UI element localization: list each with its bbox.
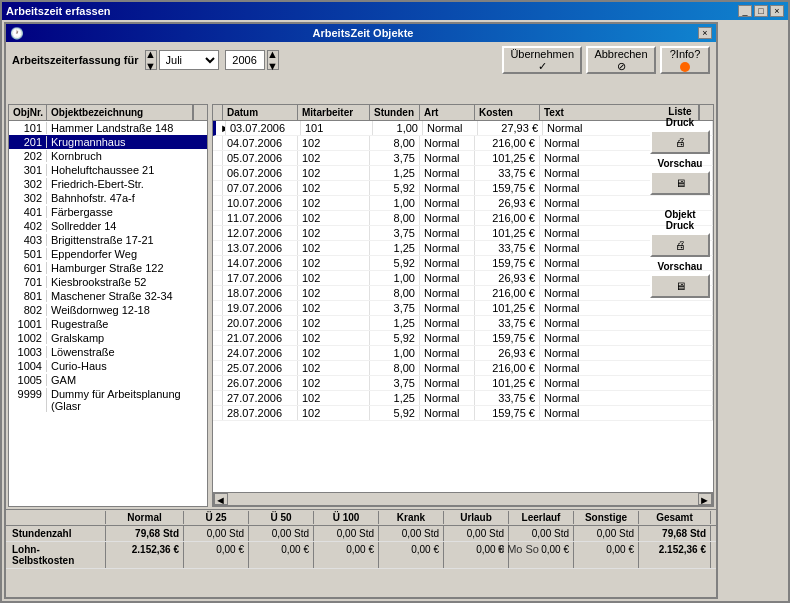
- left-scroll-btn[interactable]: [193, 105, 207, 120]
- datum-cell: 04.07.2006: [223, 136, 298, 150]
- inner-close-button[interactable]: ×: [698, 27, 712, 39]
- action-buttons: Übernehmen ✓ Abbrechen ⊘ ?Info?: [502, 46, 710, 74]
- std-cell: 5,92: [370, 181, 420, 195]
- art-cell: Normal: [420, 226, 475, 240]
- std-cell: 1,25: [370, 316, 420, 330]
- table-row[interactable]: 27.07.20061021,25Normal33,75 €Normal: [213, 391, 713, 406]
- table-row[interactable]: 20.07.20061021,25Normal33,75 €Normal: [213, 316, 713, 331]
- table-row[interactable]: 12.07.20061023,75Normal101,25 €Normal: [213, 226, 713, 241]
- std-u25: 0,00 Std: [184, 526, 249, 541]
- marker-cell: [213, 151, 223, 165]
- left-list-item[interactable]: 301Hoheluftchaussee 21: [9, 163, 207, 177]
- left-list-item[interactable]: 601Hamburger Straße 122: [9, 261, 207, 275]
- month-select[interactable]: Juli: [159, 50, 219, 70]
- left-list-item[interactable]: 403Brigittenstraße 17-21: [9, 233, 207, 247]
- art-cell: Normal: [420, 286, 475, 300]
- table-row[interactable]: 05.07.20061023,75Normal101,25 €Normal: [213, 151, 713, 166]
- minimize-button[interactable]: _: [738, 5, 752, 17]
- obj-nr-header: ObjNr.: [9, 105, 47, 120]
- maximize-button[interactable]: □: [754, 5, 768, 17]
- table-row[interactable]: 10.07.20061021,00Normal26,93 €Normal: [213, 196, 713, 211]
- vorschau1-group: Vorschau 🖥: [648, 158, 712, 195]
- art-cell: Normal: [423, 121, 478, 135]
- help-button[interactable]: ?Info?: [660, 46, 710, 74]
- table-row[interactable]: 25.07.20061028,00Normal216,00 €Normal: [213, 361, 713, 376]
- table-row[interactable]: 19.07.20061023,75Normal101,25 €Normal: [213, 301, 713, 316]
- left-list[interactable]: 101Hammer Landstraße 148201Krugmannhaus2…: [9, 121, 207, 506]
- art-cell: Normal: [420, 331, 475, 345]
- left-list-item[interactable]: 1001Rugestraße: [9, 317, 207, 331]
- left-list-item[interactable]: 501Eppendorfer Weg: [9, 247, 207, 261]
- marker-cell: [213, 166, 223, 180]
- left-list-item[interactable]: 202Kornbruch: [9, 149, 207, 163]
- item-name: Brigittenstraße 17-21: [47, 234, 207, 246]
- std-leerlauf: 0,00 Std: [509, 526, 574, 541]
- year-spinner-btn[interactable]: ▲▼: [267, 50, 279, 70]
- table-row[interactable]: 28.07.20061025,92Normal159,75 €Normal: [213, 406, 713, 421]
- left-list-item[interactable]: 1002Gralskamp: [9, 331, 207, 345]
- table-row[interactable]: 14.07.20061025,92Normal159,75 €Normal: [213, 256, 713, 271]
- month-spinner-btn[interactable]: ▲▼: [145, 50, 157, 70]
- marker-cell: [213, 331, 223, 345]
- left-list-item[interactable]: 701Kiesbrookstraße 52: [9, 275, 207, 289]
- left-list-item[interactable]: 201Krugmannhaus: [9, 135, 207, 149]
- kosten-cell: 33,75 €: [475, 166, 540, 180]
- lohn-gesamt: 2.152,36 €: [639, 542, 711, 568]
- table-row[interactable]: 21.07.20061025,92Normal159,75 €Normal: [213, 331, 713, 346]
- item-name: Kornbruch: [47, 150, 207, 162]
- monitor-icon: 🖥: [675, 177, 686, 189]
- left-list-item[interactable]: 302Bahnhofstr. 47a-f: [9, 191, 207, 205]
- ma-cell: 102: [298, 346, 370, 360]
- table-row[interactable]: 18.07.20061028,00Normal216,00 €Normal: [213, 286, 713, 301]
- marker-cell: [213, 361, 223, 375]
- table-row[interactable]: 11.07.20061028,00Normal216,00 €Normal: [213, 211, 713, 226]
- datum-cell: 28.07.2006: [223, 406, 298, 420]
- left-list-item[interactable]: 101Hammer Landstraße 148: [9, 121, 207, 135]
- year-input[interactable]: [225, 50, 265, 70]
- horizontal-scrollbar[interactable]: ◄ ►: [213, 492, 713, 506]
- year-spinner: ▲▼: [225, 50, 279, 70]
- table-row[interactable]: 06.07.20061021,25Normal33,75 €Normal: [213, 166, 713, 181]
- table-row[interactable]: 26.07.20061023,75Normal101,25 €Normal: [213, 376, 713, 391]
- table-row[interactable]: 24.07.20061021,00Normal26,93 €Normal: [213, 346, 713, 361]
- table-row[interactable]: 07.07.20061025,92Normal159,75 €Normal: [213, 181, 713, 196]
- left-list-item[interactable]: 402Sollredder 14: [9, 219, 207, 233]
- marker-cell: [213, 196, 223, 210]
- datum-cell: 05.07.2006: [223, 151, 298, 165]
- left-list-item[interactable]: 1005GAM: [9, 373, 207, 387]
- scroll-left-btn[interactable]: ◄: [214, 493, 228, 505]
- close-button[interactable]: ×: [770, 5, 784, 17]
- std-cell: 1,00: [370, 196, 420, 210]
- left-list-item[interactable]: 302Friedrich-Ebert-Str.: [9, 177, 207, 191]
- sum-u100-header: Ü 100: [314, 511, 379, 524]
- item-number: 201: [9, 136, 47, 148]
- vorschau1-button[interactable]: 🖥: [650, 171, 710, 195]
- kosten-cell: 33,75 €: [475, 316, 540, 330]
- table-row[interactable]: ►03.07.20061011,00Normal27,93 €Normal: [213, 121, 713, 136]
- left-list-item[interactable]: 802Weißdornweg 12-18: [9, 303, 207, 317]
- item-name: Weißdornweg 12-18: [47, 304, 207, 316]
- std-cell: 3,75: [370, 151, 420, 165]
- item-number: 1001: [9, 318, 47, 330]
- marker-cell: [213, 226, 223, 240]
- left-list-item[interactable]: 1003Löwenstraße: [9, 345, 207, 359]
- table-row[interactable]: 13.07.20061021,25Normal33,75 €Normal: [213, 241, 713, 256]
- liste-druck-button[interactable]: 🖨: [650, 130, 710, 154]
- datum-cell: 06.07.2006: [223, 166, 298, 180]
- left-list-item[interactable]: 1004Curio-Haus: [9, 359, 207, 373]
- art-cell: Normal: [420, 316, 475, 330]
- ma-cell: 102: [298, 211, 370, 225]
- left-list-item[interactable]: 401Färbergasse: [9, 205, 207, 219]
- left-list-item[interactable]: 9999Dummy für Arbeitsplanung (Glasr: [9, 387, 207, 413]
- marker-cell: [213, 211, 223, 225]
- abbrechen-button[interactable]: Abbrechen ⊘: [586, 46, 656, 74]
- table-row[interactable]: 04.07.20061028,00Normal216,00 €Normal: [213, 136, 713, 151]
- right-body[interactable]: ►03.07.20061011,00Normal27,93 €Normal04.…: [213, 121, 713, 492]
- table-row[interactable]: 17.07.20061021,00Normal26,93 €Normal: [213, 271, 713, 286]
- vorschau2-button[interactable]: 🖥: [650, 274, 710, 298]
- ubernehmen-button[interactable]: Übernehmen ✓: [502, 46, 582, 74]
- objekt-druck-button[interactable]: 🖨: [650, 233, 710, 257]
- inner-title-buttons: ×: [698, 27, 712, 39]
- left-list-item[interactable]: 801Maschener Straße 32-34: [9, 289, 207, 303]
- lohn-label: Lohn-Selbstkosten: [6, 542, 106, 568]
